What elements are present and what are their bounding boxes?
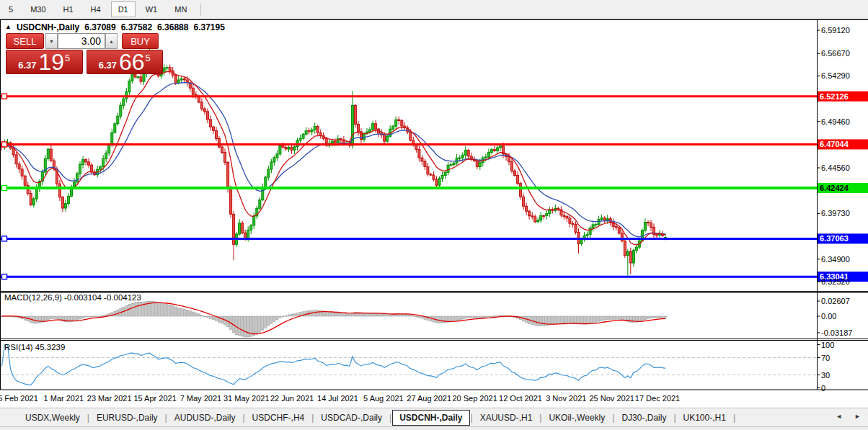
macd-histogram-bar [378, 313, 380, 316]
chart-tab-usdx-weekly[interactable]: USDX,Weekly [19, 411, 87, 425]
macd-histogram-bar [598, 316, 600, 321]
candle [198, 97, 200, 102]
macd-histogram-bar [366, 313, 368, 316]
macd-histogram-bar [172, 306, 174, 317]
sell-price-box[interactable]: 6.37 19 5 [6, 50, 83, 74]
macd-histogram-bar [265, 316, 267, 328]
candle [183, 79, 185, 80]
macd-histogram-bar [650, 316, 652, 318]
chart-tab-usdcad-daily[interactable]: USDCAD-,Daily [314, 411, 389, 425]
timeframe-button-H4[interactable]: H4 [84, 1, 108, 17]
macd-histogram-bar [279, 316, 281, 318]
candle [140, 77, 142, 81]
candle [337, 139, 339, 143]
macd-histogram-bar [221, 316, 223, 323]
line-handle[interactable] [2, 236, 7, 241]
macd-histogram-bar [99, 316, 102, 317]
candle [291, 147, 293, 150]
candle [479, 163, 481, 167]
macd-histogram-bar [56, 316, 58, 319]
volume-increase-button[interactable]: ▲ [105, 33, 118, 49]
macd-histogram-bar [291, 314, 293, 316]
chart-tab-eurusd-daily[interactable]: EURUSD-,Daily [90, 411, 164, 425]
macd-histogram-bar [487, 316, 490, 317]
line-handle[interactable] [2, 274, 7, 279]
timeframe-button-MN[interactable]: MN [167, 1, 194, 17]
macd-histogram-bar [91, 316, 93, 317]
buy-price-prefix: 6.37 [99, 60, 117, 72]
macd-histogram-bar [479, 316, 481, 318]
candle [79, 164, 81, 174]
macd-histogram-bar [102, 315, 105, 316]
candle [233, 214, 235, 244]
collapse-panel-icon[interactable]: ▲ [5, 23, 12, 30]
timeframe-button-D1[interactable]: D1 [111, 1, 136, 17]
date-axis-label: 12 Oct 2021 [499, 394, 542, 403]
macd-histogram-bar [569, 316, 571, 323]
candle [230, 189, 232, 214]
timeframe-button-5[interactable]: 5 [1, 1, 20, 17]
buy-price-sup: 5 [146, 53, 151, 63]
macd-histogram-bar [74, 316, 76, 321]
price-axis-tick-label: 6.54290 [821, 71, 850, 80]
tab-scroll-left-icon[interactable]: ◄ [836, 413, 842, 420]
candle [276, 154, 278, 158]
timeframe-button-M30[interactable]: M30 [23, 1, 53, 17]
candle [47, 149, 49, 158]
timeframe-button-W1[interactable]: W1 [138, 1, 165, 17]
macd-histogram-bar [177, 308, 180, 316]
macd-histogram-bar [456, 316, 458, 321]
chart-tab-uk100-h1[interactable]: UK100-,H1 [677, 411, 732, 425]
buy-price-box[interactable]: 6.37 66 5 [87, 50, 164, 74]
ohlc-open: 6.37089 [84, 22, 115, 32]
candle [520, 184, 522, 197]
chart-tab-usdchf-h4[interactable]: USDCHF-,H4 [246, 411, 311, 425]
macd-histogram-bar [450, 316, 452, 322]
candle [331, 141, 333, 143]
buy-button[interactable]: BUY [122, 33, 159, 49]
candle [453, 163, 455, 164]
candle [282, 145, 284, 147]
macd-histogram-bar [467, 316, 469, 318]
chart-tab-xauusd-h1[interactable]: XAUUSD-,H1 [474, 411, 539, 425]
macd-histogram-bar [473, 316, 475, 318]
macd-histogram-bar [157, 303, 159, 316]
candle [484, 157, 487, 158]
candle [244, 233, 247, 238]
line-handle[interactable] [2, 186, 7, 191]
date-axis-label: 27 Aug 2021 [407, 394, 451, 403]
chart-tab-dj30-daily[interactable]: DJ30-,Daily [615, 411, 673, 425]
macd-histogram-bar [79, 316, 81, 319]
macd-histogram-bar [293, 314, 296, 317]
macd-histogram-bar [206, 316, 208, 318]
line-handle[interactable] [2, 142, 7, 147]
rsi-axis-tick-label: 30 [821, 371, 830, 380]
timeframe-button-H1[interactable]: H1 [56, 1, 81, 17]
tab-scroll-right-icon[interactable]: ► [854, 413, 861, 420]
sell-button[interactable]: SELL [6, 33, 44, 49]
candle [496, 148, 498, 151]
candle [650, 223, 652, 228]
line-handle[interactable] [2, 94, 7, 99]
macd-histogram-bar [407, 314, 409, 316]
price-axis-tick-label: 6.59120 [821, 26, 850, 35]
macd-histogram-bar [192, 312, 194, 316]
candle [435, 179, 438, 185]
volume-input[interactable] [58, 33, 105, 49]
chart-tab-audusd-daily[interactable]: AUDUSD-,Daily [168, 411, 242, 425]
candle [105, 153, 107, 158]
macd-histogram-bar [644, 316, 646, 320]
macd-histogram-bar [166, 304, 168, 316]
macd-histogram-bar [499, 315, 501, 316]
macd-histogram-bar [360, 313, 363, 316]
volume-decrease-button[interactable]: ▼ [45, 33, 58, 49]
candle [302, 134, 304, 138]
candle [273, 158, 275, 162]
macd-histogram-bar [552, 316, 554, 325]
candle [459, 158, 461, 158]
chart-tab-usdcnh-daily[interactable]: USDCNH-,Daily [392, 410, 469, 426]
macd-histogram-bar [592, 316, 594, 323]
candle [242, 223, 244, 233]
candle [528, 211, 531, 216]
chart-tab-ukoil-weekly[interactable]: UKOil-,Weekly [542, 411, 611, 425]
